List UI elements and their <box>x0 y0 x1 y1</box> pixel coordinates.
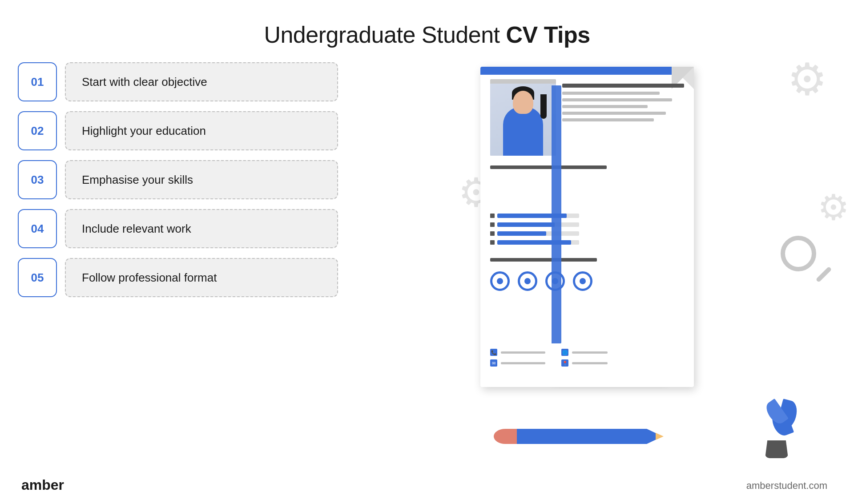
cv-blue-strip <box>552 85 561 343</box>
tip-text-5: Follow professional format <box>65 258 338 297</box>
tip-number-5: 05 <box>18 258 57 297</box>
email-icon: ✉ <box>490 359 497 367</box>
tip-number-1: 01 <box>18 62 57 101</box>
cv-document-main: 📞 ✉ 🌐 📍 <box>480 67 694 387</box>
cv-topbar <box>480 67 694 75</box>
tip-text-2: Highlight your education <box>65 111 338 150</box>
tip-text-3: Emphasise your skills <box>65 160 338 199</box>
plant-leaves <box>765 391 805 440</box>
pencil-illustration <box>494 426 663 447</box>
cv-contact-right: 🌐 📍 <box>561 349 608 370</box>
cv-name-section <box>562 84 684 125</box>
page-title-bold: CV Tips <box>506 22 590 48</box>
person-head <box>513 91 533 114</box>
tip-row-5: 05 Follow professional format <box>18 258 338 297</box>
tip-row-4: 04 Include relevant work <box>18 209 338 248</box>
tip-number-3: 03 <box>18 160 57 199</box>
cv-contact-section: 📞 ✉ 🌐 📍 <box>490 349 545 370</box>
page-title: Undergraduate Student CV Tips <box>0 0 854 48</box>
cv-section-2 <box>490 258 684 267</box>
plant-pot <box>765 440 788 458</box>
footer-brand: amber <box>21 477 64 493</box>
tip-text-4: Include relevant work <box>65 209 338 248</box>
tip-row-2: 02 Highlight your education <box>18 111 338 150</box>
pencil-tip-inner <box>656 433 664 440</box>
person-body <box>503 107 543 156</box>
illustration-panel: ⚙ ⚙ ⚙ <box>445 44 854 472</box>
gear-icon-right: ⚙ <box>818 187 850 228</box>
tips-list: 01 Start with clear objective 02 Highlig… <box>18 62 338 297</box>
tip-number-4: 04 <box>18 209 57 248</box>
web-icon: 🌐 <box>561 349 568 356</box>
footer-url: amberstudent.com <box>746 480 827 492</box>
plant-illustration <box>765 391 805 458</box>
gear-icon-top: ⚙ <box>787 53 827 105</box>
pencil-body <box>517 429 647 444</box>
tip-row-3: 03 Emphasise your skills <box>18 160 338 199</box>
location-icon: 📍 <box>561 359 568 367</box>
person-hair-long <box>540 94 547 119</box>
tip-row-1: 01 Start with clear objective <box>18 62 338 101</box>
magnifier-icon <box>781 236 830 285</box>
pencil-eraser <box>494 429 517 444</box>
phone-icon: 📞 <box>490 349 497 356</box>
cv-photo <box>490 79 556 156</box>
cv-circles-row <box>490 271 592 291</box>
cv-section-1 <box>490 165 684 173</box>
cv-skills-section <box>490 214 579 249</box>
tip-number-2: 02 <box>18 111 57 150</box>
page-title-normal: Undergraduate Student <box>264 22 506 48</box>
tip-text-1: Start with clear objective <box>65 62 338 101</box>
